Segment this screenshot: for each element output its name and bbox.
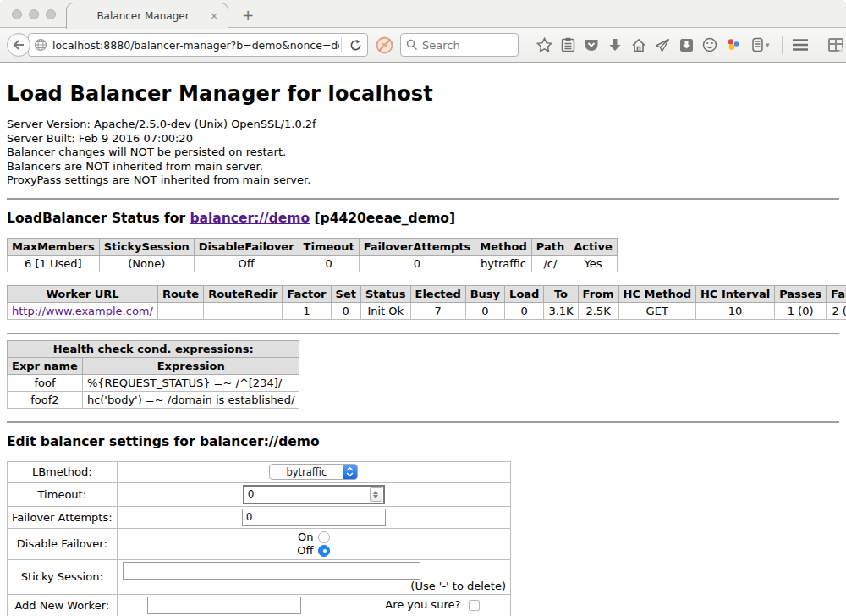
col-expression: Expression [82, 357, 299, 374]
number-spinner-icon[interactable] [370, 487, 382, 502]
cell-disablefailover: Off [194, 255, 299, 272]
col-hc-method: HC Method [618, 285, 695, 302]
table-row: foof %{REQUEST_STATUS} =~ /^[234]/ [8, 374, 299, 391]
feedback-smiley-icon[interactable] [698, 33, 722, 57]
cell-timeout: 0 [299, 255, 359, 272]
status-heading-prefix: LoadBalancer Status for [7, 211, 190, 226]
search-bar[interactable] [400, 33, 519, 57]
bookmarks-clipboard-icon[interactable] [556, 33, 580, 57]
timeout-label: Timeout: [8, 482, 118, 506]
url-bar[interactable]: localhost:8880/balancer-manager?b=demo&n… [28, 33, 368, 57]
loadbalancer-status-heading: LoadBalancer Status for balancer://demo … [7, 211, 839, 226]
table-row: foof2 hc('body') =~ /domain is establish… [8, 391, 299, 408]
new-tab-button[interactable]: + [239, 7, 257, 24]
cell-factor: 1 [283, 302, 331, 319]
disable-failover-label: Disable Failover: [8, 528, 118, 559]
inherit-notice-line: Balancers are NOT inherited from main se… [7, 160, 839, 174]
confirm-label: Are you sure? [385, 598, 460, 611]
health-table-title: Health check cond. expressions: [8, 340, 299, 357]
cell-expression: hc('body') =~ /domain is established/ [82, 391, 299, 408]
bookmark-star-icon[interactable] [532, 33, 556, 57]
server-version-line: Server Version: Apache/2.5.0-dev (Unix) … [7, 118, 839, 132]
cell-status: Init Ok [360, 302, 410, 319]
radio-on-label: On [298, 531, 313, 544]
lbmethod-selected-value: bytraffic [270, 465, 343, 479]
server-built-line: Server Built: Feb 9 2016 07:00:20 [7, 132, 839, 146]
section-divider [7, 421, 839, 423]
table-header-row: Expr name Expression [8, 357, 299, 374]
adblock-icon[interactable] [375, 36, 393, 54]
color-dots-extension-icon[interactable] [722, 33, 745, 57]
proxypass-notice-line: ProxyPass settings are NOT inherited fro… [7, 173, 839, 188]
search-input[interactable] [422, 39, 507, 52]
cell-expr-name: foof [8, 374, 83, 391]
col-timeout: Timeout [299, 238, 359, 255]
balancer-status-table: MaxMembers StickySession DisableFailover… [7, 238, 618, 272]
timeout-input[interactable] [243, 485, 385, 504]
col-hc-interval: HC Interval [695, 285, 774, 302]
cell-maxmembers: 6 [1 Used] [8, 255, 100, 272]
send-plane-icon[interactable] [651, 33, 674, 57]
form-row-failover: Failover Attempts: [8, 506, 511, 528]
col-elected: Elected [410, 285, 465, 302]
tab-balancer-manager[interactable]: Balancer Manager × [66, 3, 228, 29]
cell-to: 3.1K [544, 302, 578, 319]
downloads-icon[interactable] [603, 33, 627, 57]
confirm-checkbox[interactable] [469, 600, 480, 611]
pocket-icon[interactable] [580, 33, 603, 57]
window-controls[interactable] [12, 9, 56, 19]
status-heading-suffix: [p4420eeae_demo] [310, 211, 455, 226]
add-worker-input[interactable] [147, 597, 301, 614]
cell-route [157, 302, 203, 319]
tab-groups-icon[interactable] [824, 33, 846, 57]
lbmethod-label: LBmethod: [8, 461, 118, 482]
radio-off-label: Off [297, 544, 313, 558]
disable-failover-off-radio[interactable] [318, 545, 330, 557]
close-tab-icon[interactable]: × [207, 9, 221, 23]
persist-notice-line: Balancer changes will NOT be persisted o… [7, 146, 839, 160]
cell-routeredir [204, 302, 283, 319]
site-identity-globe-icon[interactable] [34, 38, 47, 52]
disable-failover-on-radio[interactable] [318, 531, 330, 543]
url-text[interactable]: localhost:8880/balancer-manager?b=demo&n… [52, 39, 339, 52]
cell-set: 0 [331, 302, 360, 319]
sticky-session-input[interactable] [123, 562, 420, 580]
browser-window: Balancer Manager × + localhost:8880/bala… [0, 0, 846, 616]
col-busy: Busy [465, 285, 504, 302]
col-expr-name: Expr name [8, 357, 83, 374]
balancer-demo-link[interactable]: balancer://demo [190, 211, 310, 226]
tab-bar: Balancer Manager × + [0, 0, 846, 28]
cell-stickysession: (None) [99, 255, 194, 272]
download-panel-icon[interactable] [674, 33, 698, 57]
close-window-button[interactable] [12, 9, 22, 19]
home-icon[interactable] [627, 33, 651, 57]
table-title-row: Health check cond. expressions: [8, 340, 299, 357]
cell-elected: 7 [410, 302, 465, 319]
zoom-window-button[interactable] [46, 9, 56, 19]
cell-fails: 2 (0) [827, 302, 846, 319]
cell-busy: 0 [465, 302, 504, 319]
worker-url-link[interactable]: http://www.example.com/ [12, 305, 153, 317]
cell-expression: %{REQUEST_STATUS} =~ /^[234]/ [82, 374, 299, 391]
col-maxmembers: MaxMembers [8, 238, 100, 255]
url-divider [341, 37, 342, 52]
lbmethod-select[interactable]: bytraffic [269, 464, 358, 480]
back-button[interactable] [7, 33, 30, 57]
col-status: Status [360, 285, 410, 302]
select-stepper-icon [343, 465, 357, 479]
cell-expr-name: foof2 [8, 391, 83, 408]
tab-title: Balancer Manager [67, 10, 207, 22]
chevron-down-icon[interactable]: ▾ [766, 41, 776, 49]
failover-attempts-label: Failover Attempts: [8, 506, 118, 528]
minimize-window-button[interactable] [29, 9, 39, 19]
col-routeredir: RouteRedir [204, 285, 283, 302]
col-set: Set [331, 285, 360, 302]
col-from: From [578, 285, 618, 302]
form-row-lbmethod: LBmethod: bytraffic [8, 461, 511, 482]
cell-method: bytraffic [475, 255, 531, 272]
failover-attempts-input[interactable] [242, 509, 386, 526]
section-divider [7, 333, 839, 334]
table-header-row: MaxMembers StickySession DisableFailover… [8, 238, 618, 255]
reload-button[interactable] [343, 34, 367, 56]
hamburger-menu-icon[interactable] [788, 33, 812, 57]
